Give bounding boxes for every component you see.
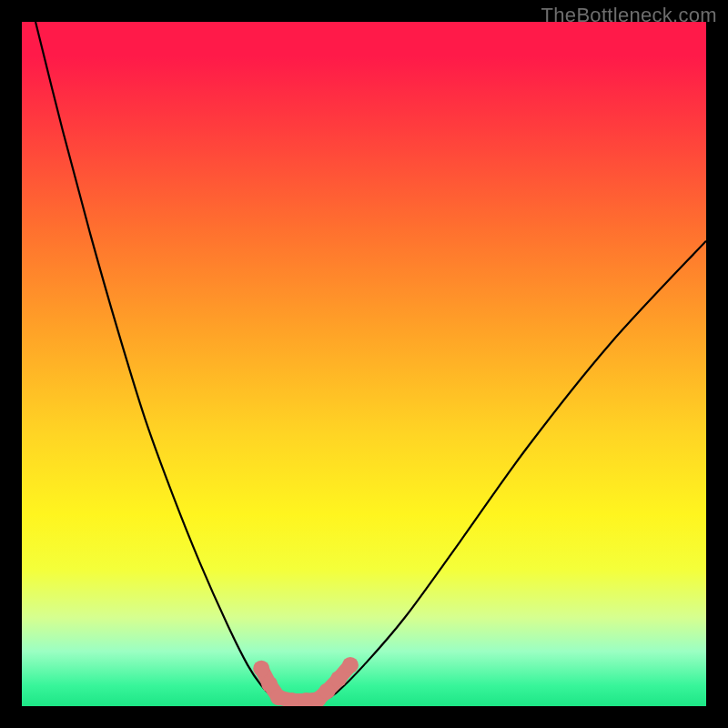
marker-point: [270, 689, 287, 705]
watermark-text: TheBottleneck.com: [541, 4, 717, 27]
chart-frame: TheBottleneck.com: [0, 0, 728, 728]
marker-point: [342, 657, 359, 673]
plot-area: [22, 22, 706, 706]
marker-point: [330, 671, 347, 687]
bottleneck-curve: [22, 22, 706, 706]
marker-point: [253, 661, 269, 677]
marker-point: [318, 682, 335, 699]
curve-path: [35, 22, 706, 703]
